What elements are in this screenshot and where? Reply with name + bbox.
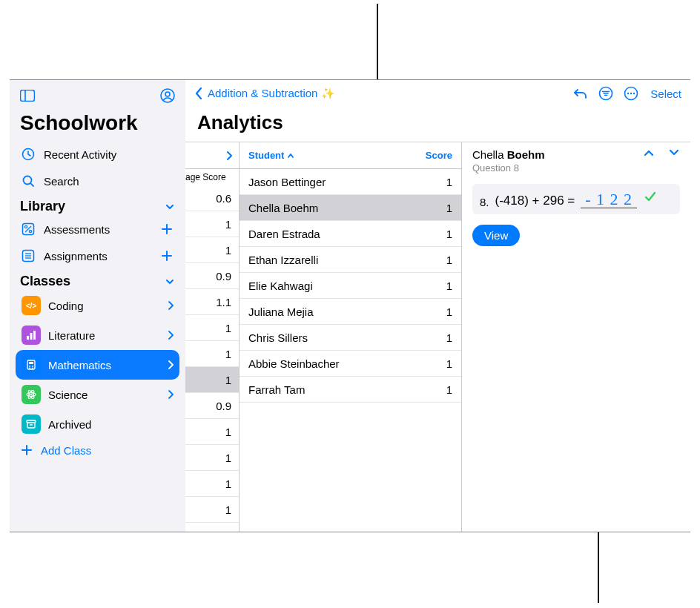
svg-text:</>: </> — [26, 302, 37, 310]
svg-rect-0 — [21, 90, 35, 102]
svg-point-3 — [165, 92, 170, 96]
svg-point-9 — [29, 230, 31, 232]
question-row[interactable]: 1 — [185, 237, 239, 263]
chevron-down-icon — [165, 202, 175, 212]
question-row[interactable]: 0.9 — [185, 393, 239, 419]
question-row[interactable]: 0.6 — [185, 185, 239, 211]
svg-point-32 — [30, 394, 32, 395]
question-row[interactable]: 1 — [185, 367, 239, 393]
student-row[interactable]: Chella Boehm1 — [240, 195, 461, 221]
student-name: Jason Bettinger — [248, 176, 326, 188]
student-score: 1 — [446, 331, 452, 344]
app-window: Schoolwork Recent Activity Search Librar… — [10, 79, 690, 532]
sidebar-item-search[interactable]: Search — [10, 168, 185, 194]
question-row[interactable]: 1.1 — [185, 289, 239, 315]
svg-point-45 — [633, 93, 635, 94]
student-row[interactable]: Juliana Mejia1 — [240, 299, 461, 325]
more-icon[interactable] — [621, 83, 641, 104]
question-row[interactable]: 1 — [185, 471, 239, 497]
class-label: Archived — [48, 418, 174, 431]
clock-icon — [20, 148, 36, 161]
svg-point-44 — [630, 93, 632, 94]
students-column: Student Score Jason Bettinger1Chella Boe… — [240, 142, 462, 532]
student-row[interactable]: Farrah Tam1 — [240, 377, 461, 403]
sidebar-class-archived[interactable]: Archived — [16, 409, 179, 439]
student-sort-header[interactable]: Student — [248, 150, 294, 161]
handwritten-answer: - 1 2 2 — [581, 191, 637, 208]
svg-rect-20 — [27, 336, 29, 340]
class-icon: </> — [22, 296, 41, 315]
prev-question-icon[interactable] — [643, 148, 655, 174]
sidebar-section-label: Classes — [20, 274, 70, 289]
student-row[interactable]: Elie Kahwagi1 — [240, 273, 461, 299]
avg-score-header-partial: age Score — [185, 169, 239, 185]
sidebar-toggle-icon[interactable] — [19, 87, 36, 105]
score-header-label[interactable]: Score — [426, 150, 452, 161]
student-row[interactable]: Chris Sillers1 — [240, 325, 461, 351]
plus-icon[interactable] — [159, 249, 175, 262]
sidebar-section-library[interactable]: Library — [10, 194, 185, 216]
sidebar-class-literature[interactable]: Literature — [16, 320, 179, 350]
sidebar-section-label: Library — [20, 199, 65, 214]
chevron-down-icon — [165, 277, 175, 287]
question-row[interactable]: 1 — [185, 445, 239, 471]
student-score: 1 — [446, 254, 452, 266]
questions-column: age Score 0.6110.91.11110.91111 — [185, 142, 240, 532]
back-label[interactable]: Addition & Subtraction ✨ — [208, 87, 335, 100]
select-button[interactable]: Select — [650, 87, 681, 100]
sidebar-class-mathematics[interactable]: Mathematics — [16, 350, 179, 380]
next-question-icon[interactable] — [668, 148, 680, 174]
sidebar-item-assessments[interactable]: Assessments — [10, 216, 185, 242]
students-header: Student Score — [240, 142, 461, 169]
student-score: 1 — [446, 383, 452, 396]
question-row[interactable]: 1 — [185, 419, 239, 445]
add-class-button[interactable]: Add Class — [10, 439, 185, 461]
sort-up-icon — [287, 152, 294, 159]
view-button[interactable]: View — [472, 225, 520, 246]
sidebar-item-assignments[interactable]: Assignments — [10, 242, 185, 269]
account-icon[interactable] — [159, 87, 176, 105]
sidebar-item-label: Assessments — [44, 223, 151, 236]
question-number: 8. — [480, 196, 489, 208]
student-row[interactable]: Ethan Izzarelli1 — [240, 247, 461, 273]
student-name: Ethan Izzarelli — [248, 254, 318, 266]
student-name: Abbie Steinbacher — [248, 357, 340, 370]
plus-icon[interactable] — [159, 222, 175, 236]
sidebar-class-coding[interactable]: </> Coding — [16, 291, 179, 320]
student-score: 1 — [446, 176, 452, 188]
student-score: 1 — [446, 357, 452, 370]
question-row[interactable]: 1 — [185, 341, 239, 367]
class-icon — [22, 385, 41, 404]
svg-line-10 — [25, 226, 31, 232]
sidebar-section-classes[interactable]: Classes — [10, 269, 185, 291]
student-row[interactable]: Abbie Steinbacher1 — [240, 351, 461, 377]
student-name: Elie Kahwagi — [248, 280, 313, 292]
sidebar-class-science[interactable]: Science — [16, 380, 179, 409]
question-row[interactable]: 0.9 — [185, 263, 239, 289]
class-icon — [22, 414, 41, 434]
question-row[interactable]: 1 — [185, 211, 239, 237]
student-name: Juliana Mejia — [248, 305, 314, 318]
plus-icon — [20, 443, 33, 457]
sidebar-item-label: Assignments — [44, 250, 151, 262]
sidebar: Schoolwork Recent Activity Search Librar… — [10, 80, 185, 532]
filter-icon[interactable] — [595, 83, 616, 104]
detail-column: Chella Boehm Question 8 8. (-418) + 296 … — [462, 142, 690, 532]
page-title: Analytics — [185, 107, 690, 142]
question-row[interactable]: 1 — [185, 315, 239, 341]
class-label: Mathematics — [48, 359, 160, 371]
class-label: Coding — [48, 300, 160, 312]
question-row[interactable]: 1 — [185, 497, 239, 523]
back-chevron-icon[interactable] — [194, 87, 203, 100]
svg-rect-24 — [29, 362, 33, 364]
questions-header[interactable] — [185, 142, 239, 169]
student-row[interactable]: Jason Bettinger1 — [240, 169, 461, 195]
toolbar: Addition & Subtraction ✨ Select — [185, 80, 690, 107]
student-row[interactable]: Daren Estrada1 — [240, 221, 461, 247]
svg-point-8 — [24, 225, 27, 228]
undo-icon[interactable] — [570, 83, 591, 104]
chevron-right-icon — [168, 301, 174, 310]
sidebar-item-recent[interactable]: Recent Activity — [10, 141, 185, 168]
svg-point-43 — [627, 93, 629, 94]
sidebar-item-label: Recent Activity — [44, 148, 175, 161]
